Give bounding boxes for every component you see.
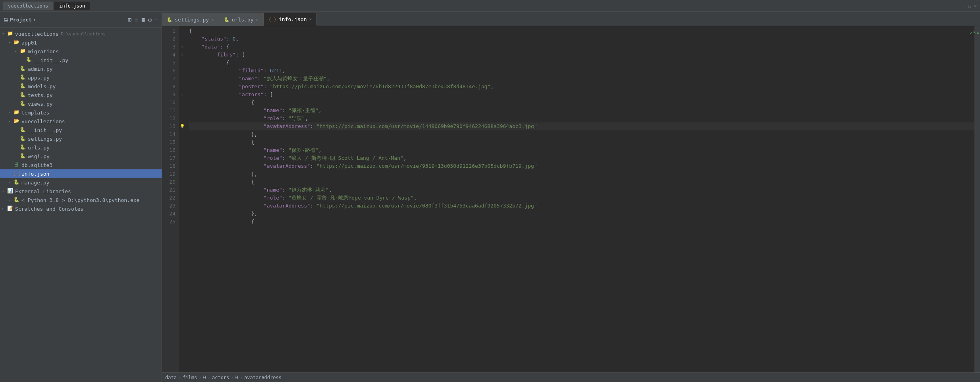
line-num-23: 23	[162, 202, 176, 210]
checkmark-icon: ✓	[970, 30, 972, 35]
py-icon-settings: 🐍	[19, 136, 26, 142]
line-num-15: 15	[162, 138, 176, 146]
title-bar-tabs: vuecollections info.json	[3, 2, 90, 10]
fold-icon-16	[179, 146, 186, 154]
fold-icon-12	[179, 114, 186, 122]
code-line-24: },	[189, 210, 974, 218]
code-line-12: "role": "导演",	[189, 114, 974, 122]
line-num-19: 19	[162, 170, 176, 178]
ext-lib-icon: 📊	[6, 188, 14, 194]
title-bar-right: — □ ✕	[963, 3, 977, 9]
tab-info-json-label: info.json	[279, 16, 307, 22]
fold-icon-1	[179, 27, 186, 35]
line-num-22: 22	[162, 194, 176, 202]
sidebar-item-vuecollections-pkg[interactable]: 📂 vuecollections	[0, 117, 162, 126]
breadcrumb-sep-4: ›	[240, 375, 243, 380]
py-icon-init-vue: 🐍	[19, 127, 26, 133]
sidebar-tree: 📁 vuecollections D:\vuecollections 📂 app…	[0, 28, 162, 382]
py-icon-apps: 🐍	[19, 74, 26, 81]
breadcrumb-0: 0	[203, 375, 206, 380]
title-tab-infojson[interactable]: info.json	[54, 2, 90, 10]
line-num-2: 2	[162, 35, 176, 43]
tab-settings-py[interactable]: 🐍 settings.py ✕	[162, 13, 219, 26]
fold-icon-6	[179, 67, 186, 75]
code-line-16: "name": "保罗·路德",	[189, 146, 974, 154]
fold-icon-3[interactable]: ▿	[179, 43, 186, 51]
label-views: views.py	[28, 101, 53, 107]
scratches-icon: 📝	[6, 206, 14, 212]
sidebar-item-wsgi[interactable]: 🐍 wsgi.py	[0, 152, 162, 161]
sidebar-item-app01[interactable]: 📂 app01	[0, 38, 162, 47]
fold-icon-15	[179, 138, 186, 146]
tab-urls-py[interactable]: 🐍 urls.py ✕	[219, 13, 264, 26]
fold-icon-7	[179, 75, 186, 83]
icon-sort[interactable]: ≣	[141, 16, 145, 23]
icon-expand[interactable]: ≡	[135, 16, 138, 23]
sidebar-item-vuecollections-root[interactable]: 📁 vuecollections D:\vuecollections	[0, 29, 162, 38]
code-line-23: "avatarAddress": "https://pic.maizuo.com…	[189, 202, 974, 210]
line-num-8: 8	[162, 83, 176, 91]
arrow-migrations	[13, 49, 19, 53]
tab-info-json[interactable]: { } info.json ✕	[264, 13, 317, 26]
sidebar-item-apps[interactable]: 🐍 apps.py	[0, 73, 162, 82]
breadcrumb-sep-2: ›	[208, 375, 210, 380]
fold-icon-24	[179, 210, 186, 218]
py-icon-admin: 🐍	[19, 66, 26, 72]
py-icon-init-app01: 🐍	[25, 57, 33, 63]
sidebar-item-external-libs[interactable]: 📊 External Libraries	[0, 187, 162, 196]
py-icon-tests: 🐍	[19, 92, 26, 98]
sidebar-item-init-vue[interactable]: 🐍 __init__.py	[0, 126, 162, 134]
status-bar: data › films › 0 › actors › 0 › avatarAd…	[162, 372, 980, 382]
breadcrumb-sep-1: ›	[199, 375, 201, 380]
tab-info-json-close[interactable]: ✕	[309, 17, 312, 22]
status-breadcrumb: data › films › 0 › actors › 0 › avatarAd…	[165, 375, 282, 380]
label-external: External Libraries	[15, 188, 71, 194]
code-line-4: "films": [	[189, 51, 974, 59]
sidebar-item-manage[interactable]: 🐍 manage.py	[0, 178, 162, 187]
line-num-11: 11	[162, 107, 176, 114]
project-text: Project	[10, 17, 32, 23]
code-line-25: {	[189, 218, 974, 226]
icon-settings[interactable]: ⚙	[148, 16, 152, 23]
title-tab-vuecollections[interactable]: vuecollections	[3, 2, 53, 10]
sidebar-item-templates[interactable]: 📁 templates	[0, 108, 162, 117]
fold-icon-4[interactable]: ▿	[179, 51, 186, 59]
folder-icon-vuecollections-pkg: 📂	[13, 118, 20, 124]
sidebar-item-admin[interactable]: 🐍 admin.py	[0, 64, 162, 73]
fold-icon-13[interactable]: 💡	[179, 122, 186, 130]
code-line-2: "status": 0,	[189, 35, 974, 43]
code-content[interactable]: { "status": 0, "data": { "films": [ { "f…	[186, 26, 974, 372]
sidebar-item-urls[interactable]: 🐍 urls.py	[0, 143, 162, 152]
arrow-vuecollections	[0, 32, 6, 36]
fold-icon-9[interactable]: ▿	[179, 91, 186, 99]
icon-minimize[interactable]: −	[155, 16, 158, 23]
sidebar-item-views[interactable]: 🐍 views.py	[0, 99, 162, 108]
code-line-10: {	[189, 99, 974, 107]
sidebar-item-migrations[interactable]: 📁 migrations	[0, 47, 162, 56]
sidebar-item-init-app01[interactable]: 🐍 __init__.py	[0, 56, 162, 64]
sidebar-item-scratches[interactable]: 📝 Scratches and Consoles	[0, 204, 162, 213]
folder-icon-migrations: 📁	[19, 48, 26, 54]
error-indicator: ✓ 5 ∧	[970, 30, 979, 35]
label-admin: admin.py	[28, 66, 53, 72]
breadcrumb-sep-0: ›	[178, 375, 181, 380]
sidebar-item-info-json[interactable]: { } info.json	[0, 169, 162, 178]
code-line-6: "filmId": 6211,	[189, 67, 974, 75]
sidebar-item-models[interactable]: 🐍 models.py	[0, 82, 162, 91]
sidebar-item-tests[interactable]: 🐍 tests.py	[0, 91, 162, 99]
sidebar-item-db[interactable]: 🗄 db.sqlite3	[0, 161, 162, 169]
line-numbers: 1234567891011121314151617181920212223242…	[162, 26, 179, 372]
sidebar-item-settings[interactable]: 🐍 settings.py	[0, 134, 162, 143]
code-line-14: },	[189, 130, 974, 138]
tab-settings-py-close[interactable]: ✕	[211, 17, 214, 22]
code-line-5: {	[189, 59, 974, 67]
tab-urls-py-close[interactable]: ✕	[256, 17, 259, 22]
fold-icon-2	[179, 35, 186, 43]
sidebar-item-python38[interactable]: 🐍 < Python 3.8 > D:\python3.8\python.exe	[0, 196, 162, 204]
label-scratches: Scratches and Consoles	[15, 206, 83, 212]
project-dropdown-arrow[interactable]: ▾	[33, 17, 36, 22]
fold-icon-22	[179, 194, 186, 202]
project-icon: 🗂	[3, 17, 8, 23]
icon-collapse-all[interactable]: ⊞	[128, 16, 131, 23]
fold-icon-8	[179, 83, 186, 91]
